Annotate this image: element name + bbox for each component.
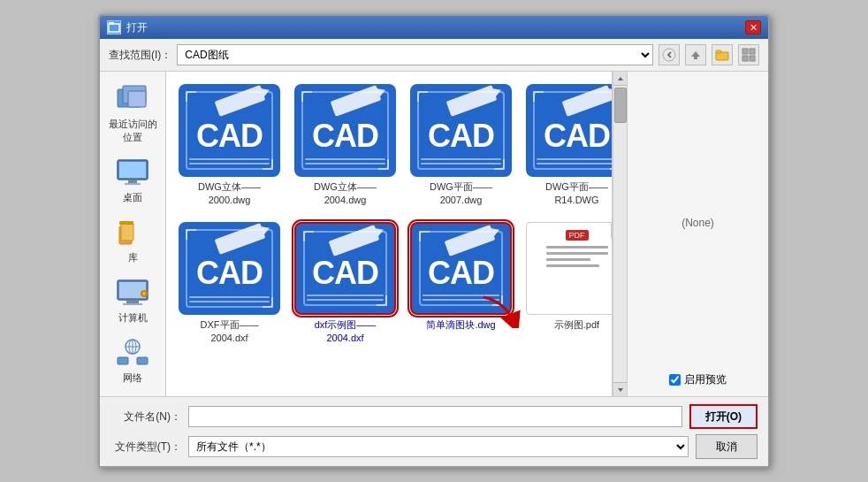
scrollbar[interactable] — [613, 72, 627, 396]
line2 — [423, 299, 499, 301]
sidebar-item-desktop[interactable]: 桌面 — [105, 154, 160, 207]
corner-br-2 — [378, 159, 389, 170]
file-item-dwg2007[interactable]: CAD DWG平面——2007.dwg — [407, 80, 515, 211]
cad-label-2: CAD — [312, 118, 378, 155]
file-item-jiandan[interactable]: CAD — [407, 218, 515, 349]
sidebar-item-library-label: 库 — [128, 251, 138, 264]
dialog-title: 打开 — [126, 20, 148, 35]
cad-icon-5: CAD — [179, 222, 280, 315]
svg-rect-4 — [716, 50, 721, 53]
file-item-dxf2004[interactable]: CAD DXF平面——2004.dxf — [175, 218, 284, 349]
corner-br-6 — [377, 295, 387, 306]
file-name-3: DWG平面——2007.dwg — [430, 180, 492, 208]
file-name-5: DXF平面——2004.dxf — [201, 318, 259, 346]
network-icon — [115, 337, 150, 369]
file-name-7: 简单滴图块.dwg — [426, 318, 495, 332]
file-item-pdf[interactable]: PDF 示例图.pdf — [522, 218, 613, 349]
scroll-down[interactable] — [613, 382, 627, 396]
preview-checkbox[interactable] — [669, 374, 681, 386]
preview-checkbox-row: 启用预览 — [669, 372, 727, 387]
svg-rect-7 — [742, 56, 748, 61]
scroll-up[interactable] — [613, 72, 627, 86]
recent-icon — [115, 83, 150, 115]
close-button[interactable]: ✕ — [745, 20, 761, 34]
up-button[interactable] — [685, 44, 706, 65]
sidebar-item-network[interactable]: 网络 — [105, 334, 160, 387]
file-name-8: 示例图.pdf — [554, 318, 599, 332]
file-row-1: CAD DWG立体——2000.dwg — [175, 80, 603, 211]
pencil-1 — [215, 85, 266, 117]
corner-br-1 — [263, 159, 273, 170]
open-button[interactable]: 打开(O) — [689, 404, 758, 429]
svg-rect-5 — [742, 49, 748, 54]
filetype-select[interactable]: 所有文件（*.*） — [188, 436, 689, 457]
file-item-dwgr14[interactable]: CAD DWG平面——R14.DWG — [522, 80, 613, 211]
cad-icon-4: CAD — [526, 84, 613, 177]
sidebar-item-network-label: 网络 — [123, 371, 142, 385]
sidebar-item-library[interactable]: 库 — [105, 214, 160, 267]
cad-label-7: CAD — [428, 255, 494, 292]
svg-rect-14 — [128, 180, 137, 183]
desktop-icon — [115, 157, 150, 188]
cancel-button[interactable]: 取消 — [696, 434, 758, 459]
line2 — [189, 163, 270, 164]
sidebar-item-computer-label: 计算机 — [118, 311, 148, 325]
cad-label-5: CAD — [196, 255, 263, 292]
pencil-6 — [329, 225, 380, 256]
line1 — [305, 158, 385, 160]
svg-rect-6 — [750, 49, 755, 54]
pencil-5 — [215, 223, 266, 255]
line2 — [189, 301, 270, 302]
line2 — [307, 299, 384, 301]
pencil-3 — [446, 85, 498, 117]
sidebar-item-desktop-label: 桌面 — [123, 191, 142, 204]
cad-lines-5 — [189, 296, 270, 302]
pdf-line-1 — [546, 246, 608, 249]
folder-select[interactable]: CAD图纸 — [177, 44, 653, 65]
pdf-line-4 — [546, 264, 599, 267]
file-grid-area: CAD DWG立体——2000.dwg — [166, 72, 613, 396]
file-item-dwg2000[interactable]: CAD DWG立体——2000.dwg — [175, 80, 284, 211]
sidebar-item-computer[interactable]: 计算机 — [105, 274, 160, 327]
file-area-wrapper: CAD DWG立体——2000.dwg — [166, 72, 627, 396]
scroll-thumb[interactable] — [614, 88, 627, 123]
view-button[interactable] — [738, 44, 759, 65]
cad-lines-4 — [537, 158, 613, 164]
cad-icon-6: CAD — [294, 222, 396, 315]
bottom-form: 文件名(N)： 打开(O) 文件类型(T)： 所有文件（*.*） 取消 — [100, 396, 768, 466]
filename-input[interactable] — [188, 406, 682, 427]
folder-button[interactable] — [712, 44, 733, 65]
file-name-2: DWG立体——2004.dwg — [314, 180, 377, 208]
file-item-dxf-example[interactable]: CAD dxf示例图——2004.dxf — [291, 218, 400, 349]
library-icon — [115, 217, 150, 249]
line1 — [307, 295, 384, 296]
dialog-icon — [107, 20, 121, 34]
line2 — [305, 163, 385, 164]
corner-tl-5 — [186, 229, 196, 240]
line2 — [421, 163, 501, 164]
svg-rect-18 — [119, 221, 133, 225]
svg-rect-11 — [128, 91, 146, 107]
content-area: 最近访问的位置 桌面 — [100, 72, 768, 396]
sidebar-item-recent[interactable]: 最近访问的位置 — [105, 80, 160, 147]
pdf-lines — [546, 246, 608, 267]
back-button[interactable] — [659, 44, 680, 65]
filetype-row: 文件类型(T)： 所有文件（*.*） 取消 — [110, 434, 758, 459]
corner-tl-3 — [417, 91, 428, 102]
line1 — [189, 158, 270, 160]
open-dialog: 打开 ✕ 查找范围(I)： CAD图纸 — [98, 14, 770, 468]
computer-icon — [115, 277, 150, 309]
cad-icon-2: CAD — [294, 84, 396, 177]
line2 — [537, 163, 613, 164]
svg-rect-8 — [750, 56, 755, 61]
svg-rect-1 — [109, 22, 114, 25]
cad-label-4: CAD — [544, 118, 610, 155]
svg-rect-21 — [126, 300, 139, 303]
file-name-6: dxf示例图——2004.dxf — [315, 318, 377, 346]
file-item-dwg2004[interactable]: CAD DWG立体——2004.dwg — [291, 80, 400, 211]
cad-lines-6 — [307, 295, 384, 301]
svg-rect-22 — [123, 303, 142, 305]
cad-lines-1 — [189, 158, 270, 164]
svg-rect-0 — [109, 24, 119, 32]
svg-rect-15 — [125, 183, 141, 185]
